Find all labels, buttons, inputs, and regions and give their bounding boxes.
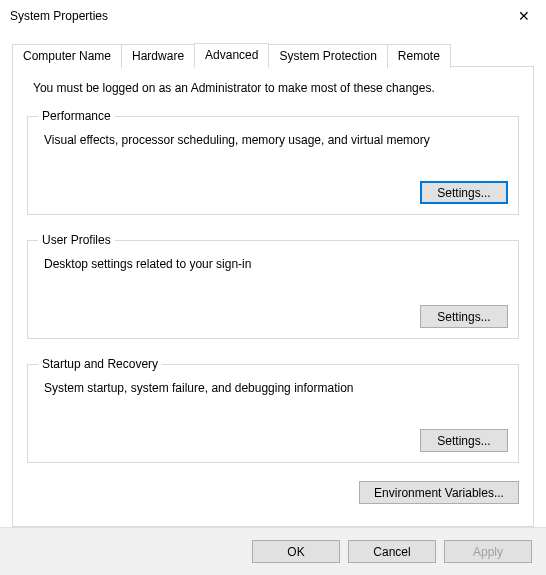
tab-advanced[interactable]: Advanced [194,43,269,67]
startup-recovery-settings-button[interactable]: Settings... [420,429,508,452]
tab-strip: Computer Name Hardware Advanced System P… [12,42,534,66]
performance-desc: Visual effects, processor scheduling, me… [44,133,508,147]
system-properties-dialog: System Properties ✕ Computer Name Hardwa… [0,0,546,575]
startup-recovery-legend: Startup and Recovery [38,357,162,371]
tab-computer-name[interactable]: Computer Name [12,44,122,68]
user-profiles-group: User Profiles Desktop settings related t… [27,233,519,339]
titlebar: System Properties ✕ [0,0,546,32]
performance-group: Performance Visual effects, processor sc… [27,109,519,215]
user-profiles-button-row: Settings... [38,305,508,328]
tab-remote[interactable]: Remote [387,44,451,68]
dialog-button-bar: OK Cancel Apply [0,527,546,575]
env-vars-row: Environment Variables... [27,481,519,504]
tab-panel-advanced: You must be logged on as an Administrato… [12,66,534,527]
environment-variables-button[interactable]: Environment Variables... [359,481,519,504]
apply-button[interactable]: Apply [444,540,532,563]
startup-recovery-button-row: Settings... [38,429,508,452]
performance-legend: Performance [38,109,115,123]
performance-button-row: Settings... [38,181,508,204]
user-profiles-legend: User Profiles [38,233,115,247]
close-icon: ✕ [518,8,530,24]
tab-system-protection[interactable]: System Protection [268,44,387,68]
dialog-title: System Properties [10,9,108,23]
close-button[interactable]: ✕ [501,1,546,31]
dialog-content: Computer Name Hardware Advanced System P… [0,32,546,527]
startup-recovery-desc: System startup, system failure, and debu… [44,381,508,395]
intro-text: You must be logged on as an Administrato… [33,81,519,95]
performance-settings-button[interactable]: Settings... [420,181,508,204]
user-profiles-settings-button[interactable]: Settings... [420,305,508,328]
user-profiles-desc: Desktop settings related to your sign-in [44,257,508,271]
ok-button[interactable]: OK [252,540,340,563]
tab-hardware[interactable]: Hardware [121,44,195,68]
startup-recovery-group: Startup and Recovery System startup, sys… [27,357,519,463]
cancel-button[interactable]: Cancel [348,540,436,563]
